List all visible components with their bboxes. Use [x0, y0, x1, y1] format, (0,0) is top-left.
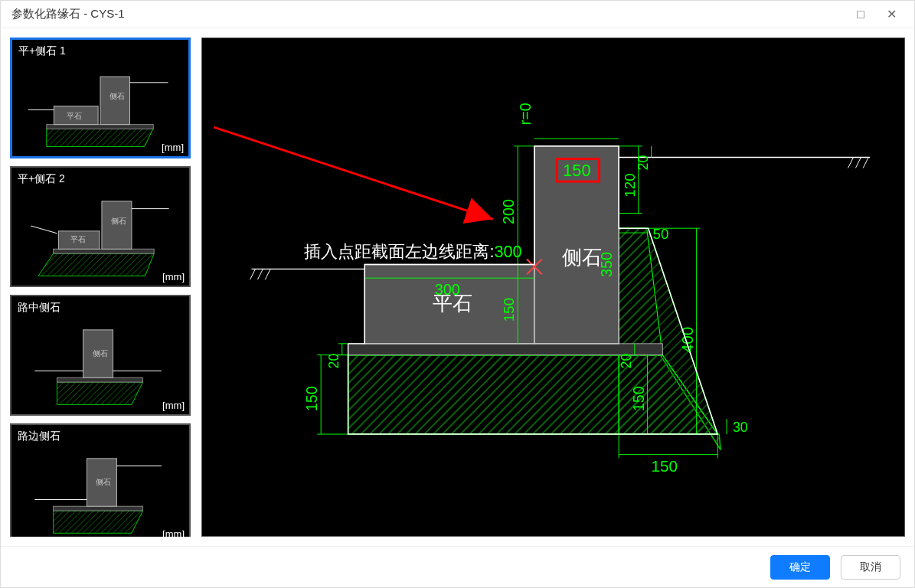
- dim-150c: 150: [652, 457, 678, 475]
- dim-20a: 20: [326, 354, 341, 369]
- svg-marker-20: [54, 511, 143, 533]
- cancel-button[interactable]: 取消: [841, 555, 900, 580]
- maximize-button[interactable]: □: [845, 3, 876, 26]
- thumb1-label: 平+侧石 1: [18, 44, 66, 58]
- ce-label: 侧石: [562, 247, 602, 268]
- dim-150-top: 150: [563, 161, 590, 180]
- svg-rect-1: [47, 125, 153, 129]
- close-button[interactable]: ✕: [876, 3, 907, 26]
- svg-marker-14: [57, 382, 142, 404]
- window-title: 参数化路缘石 - CYS-1: [11, 7, 845, 21]
- dim-150b: 150: [303, 386, 320, 411]
- svg-marker-6: [38, 253, 154, 276]
- svg-line-10: [31, 226, 57, 234]
- dim-30: 30: [733, 420, 748, 435]
- svg-text:侧石: 侧石: [93, 349, 108, 358]
- svg-marker-0: [47, 128, 153, 146]
- thumb1-unit: [mm]: [162, 142, 184, 153]
- preview-canvas[interactable]: 平石 侧石 r=0: [201, 38, 905, 537]
- ok-button[interactable]: 确定: [770, 555, 830, 580]
- template-thumb-3[interactable]: 侧石 路中侧石 [mm]: [10, 295, 191, 416]
- footer: 确定 取消: [1, 546, 914, 587]
- thumb4-unit: [mm]: [162, 528, 185, 537]
- template-thumb-4[interactable]: 侧石 路边侧石 [mm]: [10, 423, 191, 537]
- close-icon: ✕: [887, 7, 897, 21]
- thumb1-ce-label: 侧石: [109, 92, 125, 100]
- svg-rect-15: [57, 377, 142, 382]
- r-label: r=0: [517, 103, 534, 125]
- template-thumb-1[interactable]: 侧石 平石 平+侧石 1 [mm]: [10, 38, 191, 158]
- titlebar: 参数化路缘石 - CYS-1 □ ✕: [1, 1, 914, 28]
- dim-150d: 150: [501, 298, 517, 322]
- template-thumb-2[interactable]: 侧石 平石 平+侧石 2 [mm]: [10, 166, 191, 287]
- svg-rect-33: [348, 344, 663, 355]
- dim-350: 350: [598, 252, 615, 277]
- svg-text:平石: 平石: [70, 235, 86, 243]
- thumb2-label: 平+侧石 2: [18, 172, 65, 186]
- svg-text:侧石: 侧石: [111, 217, 126, 225]
- dim-200: 200: [500, 199, 517, 224]
- dim-400: 400: [678, 327, 696, 354]
- svg-rect-21: [54, 506, 143, 511]
- dim-300: 300: [435, 281, 460, 298]
- maximize-icon: □: [857, 8, 864, 21]
- dim-20c: 20: [636, 155, 651, 171]
- svg-text:侧石: 侧石: [96, 478, 111, 486]
- dim-20b: 20: [619, 354, 634, 369]
- thumb1-ping-label: 平石: [67, 112, 82, 120]
- dim-120: 120: [622, 173, 638, 197]
- thumb2-unit: [mm]: [162, 271, 185, 283]
- template-sidebar: 侧石 平石 平+侧石 1 [mm] 侧石: [10, 38, 191, 537]
- svg-rect-3: [100, 77, 129, 125]
- svg-rect-7: [54, 249, 155, 253]
- dim-150e: 150: [630, 386, 647, 411]
- thumb3-unit: [mm]: [162, 400, 185, 411]
- thumb4-label: 路边侧石: [18, 430, 60, 443]
- thumb3-label: 路中侧石: [18, 301, 60, 315]
- insert-label: 插入点距截面左边线距离:300: [305, 242, 522, 261]
